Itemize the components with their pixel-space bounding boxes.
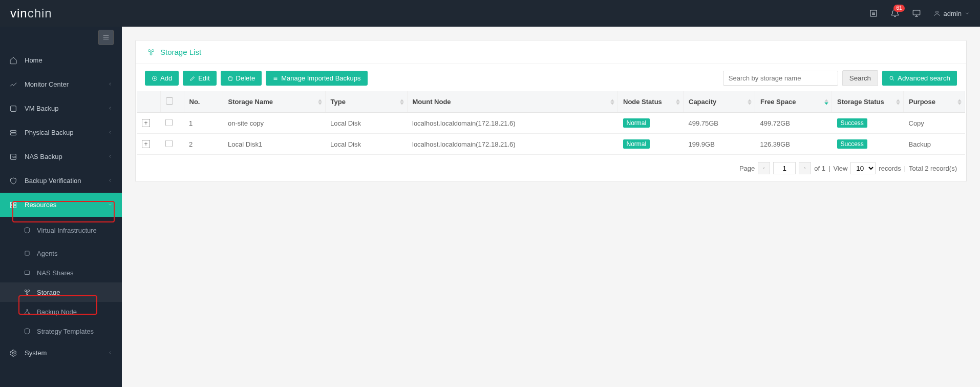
nav-label: Monitor Center — [25, 80, 69, 88]
user-menu[interactable]: admin — [933, 10, 970, 17]
col-name[interactable]: Storage Name — [223, 91, 325, 113]
col-free[interactable]: Free Space — [755, 91, 832, 113]
col-check[interactable] — [160, 91, 184, 113]
total-label: Total 2 record(s) — [909, 165, 957, 172]
nav-monitor-center[interactable]: Monitor Center — [0, 72, 122, 96]
monitor-icon[interactable] — [912, 9, 921, 18]
sub-backup-node[interactable]: Backup Node — [0, 302, 122, 321]
svg-marker-53 — [676, 102, 680, 105]
toolbar: Add Edit Delete Manage Imported Backups … — [136, 64, 966, 91]
sub-nas-shares[interactable]: NAS Shares — [0, 263, 122, 282]
nav-label: Home — [25, 56, 42, 64]
nav-vm-backup[interactable]: VM Backup — [0, 96, 122, 120]
nav-nas-backup[interactable]: NAS NAS Backup — [0, 145, 122, 169]
delete-label: Delete — [236, 74, 255, 82]
topbar-right: 61 admin — [869, 9, 970, 18]
svg-marker-49 — [400, 102, 404, 105]
svg-point-32 — [12, 352, 14, 354]
svg-point-35 — [150, 53, 152, 55]
sub-label: Strategy Templates — [37, 328, 94, 335]
template-icon — [24, 328, 31, 335]
nav-backup-verification[interactable]: Backup Verification — [0, 169, 122, 193]
main: Storage List Add Edit Delete Manage Impo… — [122, 27, 980, 387]
expand-row-button[interactable]: + — [142, 119, 150, 127]
nav-system[interactable]: System — [0, 341, 122, 365]
svg-text:NAS: NAS — [12, 156, 17, 158]
nav-label: System — [25, 349, 47, 357]
manage-imported-button[interactable]: Manage Imported Backups — [266, 71, 367, 86]
nav-label: Resources — [25, 201, 56, 209]
agent-icon — [24, 250, 31, 257]
cell-name: on-site copy — [223, 113, 325, 134]
sub-agents[interactable]: Agents — [0, 243, 122, 263]
edit-label: Edit — [198, 74, 209, 82]
edit-button[interactable]: Edit — [183, 71, 216, 86]
notifications-icon[interactable]: 61 — [890, 9, 900, 18]
nav-resources[interactable]: Resources — [0, 193, 122, 217]
next-page-button[interactable] — [799, 162, 811, 174]
cell-free: 126.39GB — [755, 134, 832, 155]
sidebar: Home Monitor Center VM Backup Physical B… — [0, 27, 122, 387]
svg-rect-16 — [11, 202, 13, 205]
sidebar-toggle-area — [0, 27, 122, 48]
nav-physical-backup[interactable]: Physical Backup — [0, 120, 122, 145]
sidebar-toggle-button[interactable] — [98, 30, 114, 45]
table-row: + 2 Local Disk1 Local Disk localhost.loc… — [137, 134, 965, 155]
svg-marker-57 — [824, 102, 828, 105]
panel-title: Storage List — [160, 48, 201, 56]
chevron-left-icon — [108, 177, 113, 185]
of-label: of 1 — [814, 165, 825, 172]
prev-page-button[interactable] — [758, 162, 770, 174]
page-input[interactable] — [773, 162, 796, 174]
col-node-status[interactable]: Node Status — [618, 91, 684, 113]
gear-icon — [9, 349, 17, 357]
chevron-down-icon — [108, 201, 113, 209]
list-check-icon — [272, 75, 279, 82]
notification-badge: 61 — [893, 5, 904, 12]
add-button[interactable]: Add — [145, 71, 179, 86]
search-input[interactable] — [723, 71, 838, 86]
svg-marker-59 — [896, 102, 900, 105]
nav-home[interactable]: Home — [0, 48, 122, 72]
delete-button[interactable]: Delete — [221, 71, 262, 86]
storage-status-tag: Success — [837, 118, 867, 128]
list-icon[interactable] — [869, 9, 878, 18]
cube-icon — [24, 227, 31, 234]
manage-label: Manage Imported Backups — [281, 74, 360, 82]
trash-icon — [227, 75, 233, 82]
chevron-left-icon — [108, 153, 113, 160]
logo-part2: chin — [28, 6, 52, 20]
col-mount[interactable]: Mount Node — [407, 91, 618, 113]
cell-type: Local Disk — [325, 113, 407, 134]
expand-row-button[interactable]: + — [142, 140, 150, 148]
logo: vinchin — [10, 6, 52, 21]
sub-virtual-infrastructure[interactable]: Virtual Infrastructure — [0, 217, 122, 243]
page-size-select[interactable]: 10 — [850, 162, 876, 174]
svg-point-7 — [935, 11, 938, 13]
svg-marker-58 — [896, 99, 900, 101]
cell-capacity: 199.9GB — [684, 134, 755, 155]
chevron-left-icon — [108, 129, 113, 136]
sub-storage[interactable]: Storage — [0, 282, 122, 302]
sub-strategy-templates[interactable]: Strategy Templates — [0, 321, 122, 341]
col-purpose[interactable]: Purpose — [904, 91, 965, 113]
svg-rect-4 — [913, 10, 920, 15]
chart-icon — [9, 80, 17, 89]
svg-rect-18 — [11, 205, 13, 208]
checkbox-all[interactable] — [166, 97, 173, 105]
col-type[interactable]: Type — [325, 91, 407, 113]
svg-marker-48 — [400, 99, 404, 101]
search-button[interactable]: Search — [842, 70, 878, 86]
col-capacity[interactable]: Capacity — [684, 91, 755, 113]
svg-marker-46 — [318, 99, 322, 101]
nas-icon: NAS — [9, 153, 17, 161]
cell-free: 499.72GB — [755, 113, 832, 134]
svg-point-28 — [25, 313, 26, 314]
row-checkbox[interactable] — [165, 119, 173, 126]
advanced-search-button[interactable]: Advanced search — [882, 71, 957, 86]
col-no[interactable]: No. — [184, 91, 223, 113]
chevron-left-icon — [108, 349, 113, 357]
row-checkbox[interactable] — [165, 140, 173, 147]
svg-rect-11 — [11, 106, 16, 111]
col-storage-status[interactable]: Storage Status — [832, 91, 904, 113]
